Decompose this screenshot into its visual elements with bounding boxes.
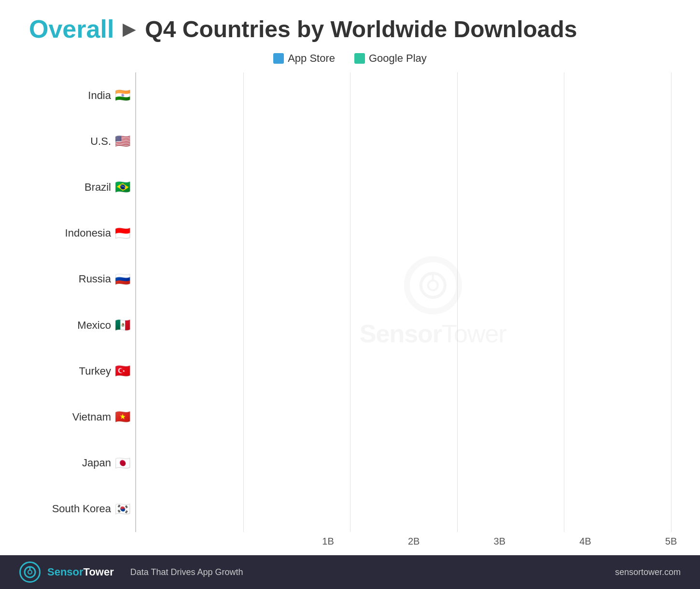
x-axis-label-3B: 3B — [494, 536, 505, 547]
chart-area: India🇮🇳U.S.🇺🇸Brazil🇧🇷Indonesia🇮🇩Russia🇷🇺… — [0, 72, 700, 555]
country-flag: 🇯🇵 — [115, 456, 130, 471]
y-label-u-s-: U.S.🇺🇸 — [29, 122, 130, 161]
bar-row-south-korea — [136, 490, 671, 528]
country-flag: 🇧🇷 — [115, 180, 130, 195]
country-label: South Korea — [52, 503, 111, 515]
y-axis-labels: India🇮🇳U.S.🇺🇸Brazil🇧🇷Indonesia🇮🇩Russia🇷🇺… — [29, 72, 135, 532]
country-flag: 🇷🇺 — [115, 272, 130, 287]
country-label: Turkey — [79, 365, 111, 378]
y-label-russia: Russia🇷🇺 — [29, 260, 130, 298]
header: Overall ▶ Q4 Countries by Worldwide Down… — [0, 0, 700, 48]
footer-tagline: Data That Drives App Growth — [130, 567, 243, 577]
y-label-indonesia: Indonesia🇮🇩 — [29, 214, 130, 252]
country-flag: 🇮🇳 — [115, 88, 130, 103]
googleplay-color-swatch — [354, 53, 365, 64]
main-container: Overall ▶ Q4 Countries by Worldwide Down… — [0, 0, 700, 589]
x-axis-label-4B: 4B — [579, 536, 591, 547]
x-axis-label-5B: 5B — [665, 536, 677, 547]
country-label: Japan — [82, 457, 111, 469]
country-label: Indonesia — [65, 227, 111, 239]
legend-appstore: App Store — [273, 52, 335, 65]
bars-container: SensorTower — [135, 72, 671, 532]
appstore-label: App Store — [288, 52, 335, 65]
chart-wrapper: India🇮🇳U.S.🇺🇸Brazil🇧🇷Indonesia🇮🇩Russia🇷🇺… — [29, 72, 671, 532]
country-label: Brazil — [84, 181, 111, 194]
country-label: India — [88, 89, 111, 102]
country-flag: 🇹🇷 — [115, 364, 130, 379]
googleplay-label: Google Play — [369, 52, 427, 65]
x-axis-label-2B: 2B — [408, 536, 420, 547]
footer-left: SensorTower Data That Drives App Growth — [19, 561, 243, 583]
page-title: Q4 Countries by Worldwide Downloads — [145, 16, 577, 42]
footer-logo — [19, 561, 41, 583]
country-flag: 🇻🇳 — [115, 409, 130, 424]
y-label-turkey: Turkey🇹🇷 — [29, 352, 130, 391]
overall-label: Overall — [29, 14, 114, 43]
footer-brand: SensorTower — [47, 566, 114, 578]
legend: App Store Google Play — [0, 48, 700, 72]
bar-row-mexico — [136, 306, 671, 345]
footer-url: sensortower.com — [615, 567, 681, 577]
x-axis-label-1B: 1B — [322, 536, 334, 547]
y-label-south-korea: South Korea🇰🇷 — [29, 490, 130, 528]
bar-row-japan — [136, 444, 671, 482]
country-flag: 🇰🇷 — [115, 502, 130, 517]
y-label-mexico: Mexico🇲🇽 — [29, 306, 130, 345]
country-label: Russia — [79, 273, 111, 285]
country-flag: 🇮🇩 — [115, 226, 130, 241]
bar-row-turkey — [136, 352, 671, 391]
country-label: Mexico — [77, 319, 111, 332]
bar-row-indonesia — [136, 214, 671, 252]
footer: SensorTower Data That Drives App Growth … — [0, 555, 700, 589]
x-axis: 1B2B3B4B5B — [29, 532, 671, 536]
country-flag: 🇺🇸 — [115, 134, 130, 149]
svg-point-4 — [28, 570, 32, 574]
country-label: U.S. — [90, 135, 111, 148]
y-label-brazil: Brazil🇧🇷 — [29, 168, 130, 207]
footer-brand-sensor: Sensor — [47, 566, 84, 578]
bar-row-india — [136, 76, 671, 115]
country-label: Vietnam — [72, 411, 111, 423]
y-label-india: India🇮🇳 — [29, 76, 130, 115]
bar-row-brazil — [136, 168, 671, 207]
bar-row-vietnam — [136, 398, 671, 436]
bar-row-u-s- — [136, 122, 671, 161]
country-flag: 🇲🇽 — [115, 318, 130, 333]
header-arrow: ▶ — [123, 19, 136, 39]
appstore-color-swatch — [273, 53, 284, 64]
bar-row-russia — [136, 260, 671, 298]
y-label-vietnam: Vietnam🇻🇳 — [29, 398, 130, 436]
grid-line-5B — [671, 72, 672, 532]
footer-brand-tower: Tower — [84, 566, 114, 578]
y-label-japan: Japan🇯🇵 — [29, 444, 130, 482]
legend-googleplay: Google Play — [354, 52, 427, 65]
